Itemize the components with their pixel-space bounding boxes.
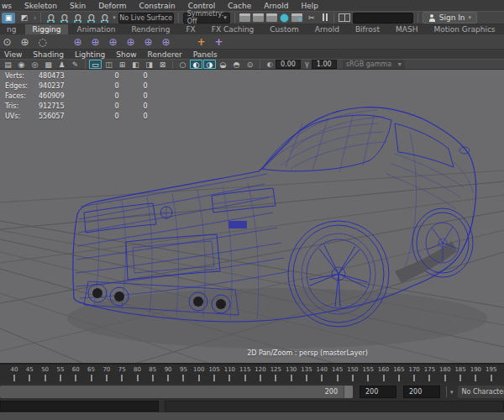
- perspective-viewport[interactable]: Verts: 480473 0 0 Edges: 940237 0 0 Face…: [0, 69, 504, 363]
- time-tick[interactable]: 95: [177, 366, 189, 383]
- time-tick[interactable]: 115: [239, 366, 251, 383]
- gate-mask-icon[interactable]: ◎: [29, 60, 41, 69]
- time-tick[interactable]: 45: [24, 366, 35, 383]
- time-tick[interactable]: 185: [454, 366, 466, 383]
- time-tick[interactable]: 65: [86, 366, 97, 383]
- outliner-split-layout-icon[interactable]: ◧: [129, 60, 142, 69]
- tear-off-copy-icon[interactable]: ⊠: [156, 60, 169, 69]
- car-model[interactable]: [67, 108, 487, 349]
- render-settings-icon[interactable]: [291, 13, 302, 22]
- time-tick[interactable]: 155: [362, 366, 374, 383]
- time-tick[interactable]: 110: [223, 366, 235, 383]
- render-view-icon[interactable]: [280, 13, 289, 23]
- snap-to-point-icon[interactable]: Ω: [72, 13, 83, 24]
- panel-menu-item[interactable]: Show: [116, 50, 136, 59]
- shelf-tab[interactable]: ng: [0, 24, 23, 34]
- isolate-select-icon[interactable]: ⊙: [244, 60, 256, 69]
- time-tick[interactable]: 175: [423, 366, 435, 383]
- humanik-icon[interactable]: ⊕: [18, 35, 32, 49]
- time-tick[interactable]: 145: [332, 366, 344, 383]
- cut-icon[interactable]: ✂: [305, 13, 318, 24]
- toolbar-separator[interactable]: [85, 60, 86, 69]
- textured-display-icon[interactable]: ◑: [203, 60, 216, 69]
- wireframe-display-icon[interactable]: ○: [176, 60, 189, 69]
- time-tick[interactable]: 70: [101, 366, 113, 383]
- shelf-tab[interactable]: MASH: [389, 24, 424, 34]
- snap-to-grid-icon[interactable]: Ω: [45, 13, 56, 24]
- menu-item[interactable]: Control: [188, 2, 216, 10]
- snap-to-curve-icon[interactable]: Ω: [59, 13, 70, 24]
- toolbar-separator[interactable]: [260, 60, 260, 69]
- shelf-tab[interactable]: Motion Graphics: [427, 24, 501, 34]
- time-tick[interactable]: 85: [147, 366, 159, 383]
- render-sequence-icon[interactable]: [266, 13, 277, 22]
- live-surface-field[interactable]: No Live Surface: [118, 13, 174, 24]
- ik-spline-handle-icon[interactable]: +: [212, 35, 226, 49]
- xray-display-icon[interactable]: ◓: [230, 60, 243, 69]
- menu-item[interactable]: Constrain: [139, 2, 176, 10]
- range-slider[interactable]: 200: [0, 386, 353, 398]
- mel-command-input[interactable]: [0, 401, 159, 412]
- select-by-component-icon[interactable]: ◩: [18, 13, 31, 24]
- character-set-dropdown[interactable]: No Character Set: [458, 386, 504, 398]
- shelf-tab[interactable]: FX: [179, 24, 202, 34]
- time-tick[interactable]: 80: [132, 366, 144, 383]
- snap-to-view-plane-icon[interactable]: Ω: [99, 13, 110, 24]
- mirror-joint-icon[interactable]: ⊕: [159, 35, 173, 49]
- shelf-tab[interactable]: Animation: [71, 24, 123, 34]
- range-slider-handle[interactable]: [344, 386, 353, 398]
- quick-rename-field[interactable]: [353, 13, 413, 24]
- shelf-tab[interactable]: FX Caching: [205, 24, 261, 34]
- time-tick[interactable]: 55: [55, 366, 66, 383]
- panel-menu-item[interactable]: Shading: [33, 50, 64, 59]
- panel-menu-item[interactable]: Panels: [193, 50, 218, 59]
- animation-end-field[interactable]: 200: [403, 386, 440, 398]
- front-wheel[interactable]: [417, 213, 469, 273]
- render-icon[interactable]: [239, 13, 250, 22]
- sign-in-button[interactable]: Sign In ▾: [423, 12, 477, 24]
- shelf-separator[interactable]: [53, 35, 67, 49]
- time-tick[interactable]: 75: [116, 366, 128, 383]
- field-chart-icon[interactable]: ▩: [42, 60, 55, 69]
- shelf-separator[interactable]: [176, 35, 191, 49]
- shaded-display-icon[interactable]: ◐: [190, 60, 202, 69]
- insert-joint-icon[interactable]: ⊕: [88, 35, 102, 49]
- symmetry-dropdown[interactable]: Symmetry: Off ▾: [183, 13, 230, 24]
- pause-viewport-icon[interactable]: [321, 13, 329, 22]
- single-pane-layout-icon[interactable]: ▭: [89, 60, 102, 69]
- time-tick[interactable]: 130: [286, 366, 297, 383]
- quick-rig-icon[interactable]: ⊙: [0, 35, 14, 49]
- time-tick[interactable]: 160: [378, 366, 390, 383]
- snap-to-projected-center-icon[interactable]: Ω: [86, 13, 97, 24]
- time-tick[interactable]: 90: [162, 366, 174, 383]
- menu-item[interactable]: Help: [301, 2, 318, 10]
- time-tick[interactable]: 60: [70, 366, 81, 383]
- time-slider[interactable]: 40 45 50 55 60 65: [0, 363, 504, 383]
- shelf-tab[interactable]: Arnold: [308, 24, 346, 34]
- panel-menu-item[interactable]: View: [4, 50, 22, 59]
- time-tick[interactable]: 100: [193, 366, 205, 383]
- shelf-tab[interactable]: Rigging: [25, 24, 67, 34]
- time-tick[interactable]: 165: [393, 366, 405, 383]
- select-by-object-icon[interactable]: ▣: [2, 13, 15, 24]
- time-tick[interactable]: 150: [347, 366, 359, 383]
- view-transform-dropdown[interactable]: sRGB gamma ▾: [343, 60, 405, 69]
- time-tick[interactable]: 40: [8, 366, 20, 383]
- menu-item[interactable]: ws: [2, 2, 12, 10]
- exposure-icon[interactable]: ◐: [267, 60, 273, 68]
- statusline-expander-icon[interactable]: ›: [34, 14, 36, 22]
- menu-item[interactable]: Skin: [70, 2, 86, 10]
- menu-item[interactable]: Skeleton: [24, 2, 57, 10]
- gamma-field[interactable]: 1.00: [312, 60, 337, 69]
- connect-joint-icon[interactable]: ⊕: [141, 35, 155, 49]
- menu-item[interactable]: Deform: [98, 2, 126, 10]
- time-tick[interactable]: 180: [439, 366, 451, 383]
- create-joints-icon[interactable]: ⊕: [71, 35, 85, 49]
- camera-bookmark-icon[interactable]: ♟: [55, 60, 68, 69]
- four-pane-layout-icon[interactable]: ⊞: [116, 60, 129, 69]
- ik-handle-icon[interactable]: +: [194, 35, 208, 49]
- time-tick[interactable]: 50: [39, 366, 51, 383]
- hypergraph-layout-icon[interactable]: ◨: [143, 60, 155, 69]
- shelf-tab[interactable]: Rendering: [124, 24, 176, 34]
- time-tick[interactable]: 195: [486, 366, 497, 383]
